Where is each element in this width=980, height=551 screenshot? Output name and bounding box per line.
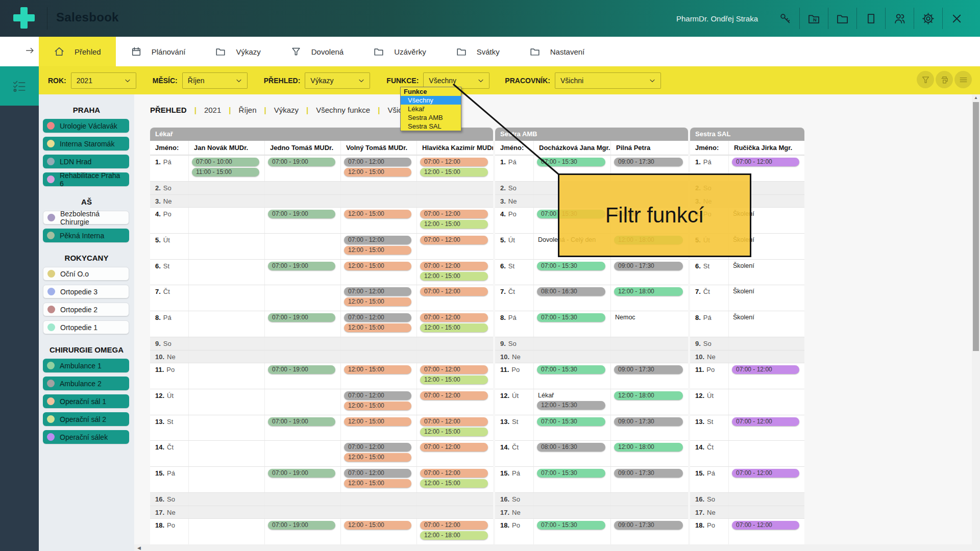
shift-pill[interactable]: 12:00 - 15:00 (344, 297, 411, 306)
scroll-left-icon[interactable]: ◀ (137, 545, 141, 550)
shift-pill[interactable]: 09:00 - 17:30 (614, 262, 683, 270)
dropdown-option[interactable]: Lékař (401, 105, 461, 113)
absence-note[interactable]: Nemoc (611, 313, 688, 322)
shift-pill[interactable]: 07:00 - 15:30 (537, 365, 605, 374)
shift-pill[interactable]: 07:00 - 12:00 (344, 313, 411, 322)
shift-pill[interactable]: 07:00 - 15:30 (537, 417, 605, 426)
shift-pill[interactable]: 12:00 - 15:00 (420, 323, 488, 332)
shift-pill[interactable]: 07:00 - 12:00 (344, 391, 411, 400)
tab-výkazy[interactable]: Výkazy (200, 37, 275, 66)
shift-pill[interactable]: 07:00 - 12:00 (420, 287, 488, 296)
shift-pill[interactable]: 07:00 - 19:00 (268, 365, 335, 374)
location-pill[interactable]: Pěkná Interna (43, 229, 129, 242)
shift-pill[interactable]: 07:00 - 12:00 (732, 469, 799, 478)
shift-pill[interactable]: 07:00 - 19:00 (268, 469, 335, 478)
shift-pill[interactable]: 12:00 - 15:00 (420, 220, 488, 229)
absence-note[interactable]: Školení (729, 313, 804, 322)
shift-pill[interactable]: 07:00 - 12:00 (420, 521, 488, 530)
arrow-right-icon[interactable] (24, 45, 36, 56)
tab-uzávěrky[interactable]: Uzávěrky (358, 37, 441, 66)
shift-pill[interactable]: 07:00 - 12:00 (420, 365, 488, 374)
dropdown-option[interactable]: Sestra AMB (401, 113, 461, 122)
shift-pill[interactable]: 12:00 - 15:00 (420, 375, 488, 384)
shift-pill[interactable]: 07:00 - 12:00 (344, 469, 411, 478)
absence-note[interactable]: Školení (729, 261, 804, 271)
shift-pill[interactable]: 12:00 - 18:00 (614, 287, 683, 296)
stop-icon[interactable] (864, 12, 878, 26)
shift-pill[interactable]: 07:00 - 12:00 (420, 210, 488, 218)
location-pill[interactable]: Ambulance 2 (43, 377, 129, 390)
shift-pill[interactable]: 07:00 - 12:00 (420, 391, 488, 400)
shift-pill[interactable]: 09:00 - 17:30 (614, 365, 683, 374)
shift-pill[interactable]: 07:00 - 10:00 (192, 158, 259, 166)
location-pill[interactable]: Interna Staromák (43, 137, 129, 151)
shift-pill[interactable]: 07:00 - 12:00 (732, 158, 799, 166)
shift-pill[interactable]: 07:00 - 12:00 (420, 443, 488, 452)
shift-pill[interactable]: 07:00 - 12:00 (732, 417, 799, 426)
shift-pill[interactable]: 07:00 - 12:00 (344, 158, 411, 166)
shift-pill[interactable]: 07:00 - 19:00 (268, 158, 335, 166)
menu-button[interactable] (954, 71, 972, 88)
shift-pill[interactable]: 07:00 - 19:00 (268, 521, 335, 530)
location-pill[interactable]: LDN Hrad (43, 155, 129, 168)
shift-pill[interactable]: 12:00 - 15:30 (537, 401, 605, 410)
shift-pill[interactable]: 12:00 - 15:00 (420, 168, 488, 177)
shift-pill[interactable]: 07:00 - 15:30 (537, 313, 605, 322)
shift-pill[interactable]: 12:00 - 15:00 (344, 402, 411, 410)
shift-pill[interactable]: 12:00 - 18:00 (614, 443, 683, 452)
location-pill[interactable]: Oční O.o (43, 267, 129, 281)
shift-pill[interactable]: 07:00 - 12:00 (420, 417, 488, 426)
absence-note[interactable]: Lékař (534, 391, 610, 400)
funkce-select[interactable]: Všechny (423, 72, 489, 89)
shift-pill[interactable]: 07:00 - 12:00 (732, 521, 799, 530)
shift-pill[interactable]: 12:00 - 15:00 (344, 479, 411, 488)
tab-nastavení[interactable]: Nastavení (514, 37, 600, 66)
print-button[interactable] (936, 71, 953, 88)
location-pill[interactable]: Rehabilitace Praha 6 (43, 172, 129, 186)
shift-pill[interactable]: 07:00 - 12:00 (732, 365, 799, 374)
shift-pill[interactable]: 07:00 - 12:00 (344, 236, 411, 244)
shift-pill[interactable]: 12:00 - 15:00 (344, 323, 411, 332)
location-pill[interactable]: Operační sál 1 (43, 394, 129, 408)
location-pill[interactable]: Bezbolestná Chirurgie (43, 211, 129, 224)
shift-pill[interactable]: 12:00 - 15:00 (344, 521, 411, 530)
location-pill[interactable]: Ortopedie 2 (43, 303, 129, 316)
dropdown-option[interactable]: Všechny (401, 96, 461, 105)
shift-pill[interactable]: 07:00 - 19:00 (268, 262, 335, 270)
shift-pill[interactable]: 12:00 - 15:00 (420, 479, 488, 488)
shift-pill[interactable]: 12:00 - 15:00 (344, 453, 411, 462)
scrollbar-thumb[interactable] (973, 102, 979, 351)
location-pill[interactable]: Operační sál 2 (43, 412, 129, 426)
pracovnik-select[interactable]: Všichni (555, 72, 661, 89)
shift-pill[interactable]: 12:00 - 15:00 (420, 272, 488, 281)
gear-icon[interactable] (921, 12, 935, 26)
shift-pill[interactable]: 09:00 - 17:30 (614, 469, 683, 478)
location-pill[interactable]: Ortopedie 1 (43, 320, 129, 334)
shift-pill[interactable]: 12:00 - 15:00 (344, 246, 411, 255)
shift-pill[interactable]: 09:00 - 17:30 (614, 521, 683, 530)
shift-pill[interactable]: 07:00 - 12:00 (420, 158, 488, 166)
shift-pill[interactable]: 12:00 - 18:00 (614, 391, 683, 400)
close-icon[interactable] (950, 12, 964, 26)
dropdown-option[interactable]: Sestra SAL (401, 122, 461, 131)
scroll-up-icon[interactable]: ▲ (974, 95, 978, 100)
shift-pill[interactable]: 07:00 - 15:30 (537, 158, 605, 166)
tab-dovolená[interactable]: Dovolená (276, 37, 358, 66)
location-pill[interactable]: Urologie Václavák (43, 119, 129, 133)
vertical-scrollbar[interactable]: ▲ (972, 94, 980, 551)
shift-pill[interactable]: 07:00 - 12:00 (420, 469, 488, 478)
shift-pill[interactable]: 12:00 - 15:00 (344, 168, 411, 177)
shift-pill[interactable]: 09:00 - 17:30 (614, 417, 683, 426)
shift-pill[interactable]: 07:00 - 15:30 (537, 469, 605, 478)
location-pill[interactable]: Ortopedie 3 (43, 285, 129, 298)
shift-pill[interactable]: 09:00 - 17:30 (614, 158, 683, 166)
shift-pill[interactable]: 07:00 - 12:00 (420, 313, 488, 322)
shift-pill[interactable]: 08:00 - 16:30 (537, 443, 605, 452)
absence-note[interactable]: Školení (729, 287, 804, 296)
tab-svátky[interactable]: Svátky (441, 37, 514, 66)
shift-pill[interactable]: 11:00 - 15:00 (192, 168, 259, 177)
filter-button[interactable] (917, 71, 934, 88)
shift-pill[interactable]: 12:00 - 18:00 (420, 531, 488, 540)
shift-pill[interactable]: 07:00 - 19:00 (268, 313, 335, 322)
shift-pill[interactable]: 07:00 - 12:00 (420, 236, 488, 244)
